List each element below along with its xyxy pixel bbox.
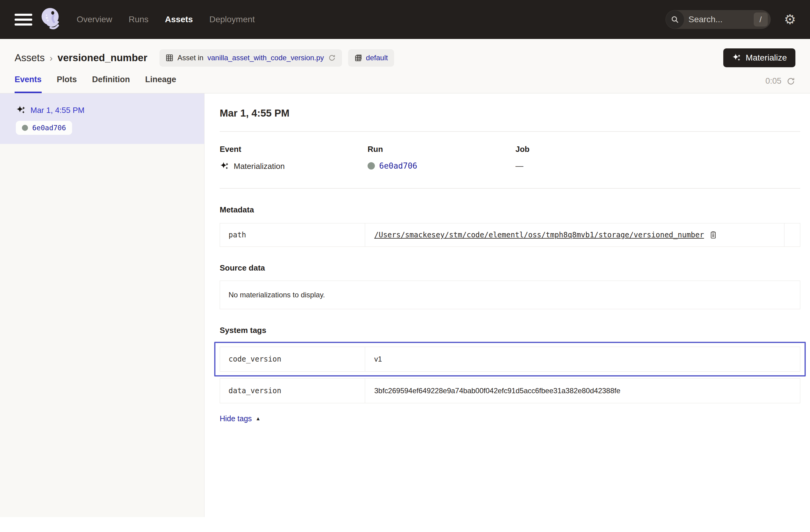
refresh-countdown: 0:05 <box>765 76 781 86</box>
tab-definition[interactable]: Definition <box>92 75 130 93</box>
reload-definition-icon[interactable] <box>328 54 336 62</box>
metadata-heading: Metadata <box>220 205 800 214</box>
tab-events[interactable]: Events <box>15 75 42 93</box>
breadcrumb-assets-link[interactable]: Assets <box>15 52 45 64</box>
top-nav: Overview Runs Assets Deployment / ⚙ <box>0 0 810 39</box>
metadata-table: path /Users/smackesey/stm/code/elementl/… <box>220 223 800 247</box>
hide-tags-label: Hide tags <box>220 414 252 423</box>
metadata-row-extra-cell <box>784 223 800 246</box>
event-detail-title: Mar 1, 4:55 PM <box>220 108 800 119</box>
metadata-key: path <box>220 223 365 246</box>
job-empty-value: — <box>516 161 523 171</box>
event-timestamp-link[interactable]: Mar 1, 4:55 PM <box>16 105 195 115</box>
page-header: Assets › versioned_number Asset in vanil… <box>0 39 810 94</box>
source-data-heading: Source data <box>220 263 800 273</box>
search-shortcut-badge: / <box>754 13 768 27</box>
dagster-logo-icon[interactable] <box>39 7 64 32</box>
materialize-button-label: Materialize <box>746 53 787 63</box>
tag-key: data_version <box>220 378 365 403</box>
events-sidebar: Mar 1, 4:55 PM 6e0ad706 <box>0 94 205 517</box>
event-type-value: Materialization <box>234 162 285 171</box>
materialize-button[interactable]: Materialize <box>723 48 795 67</box>
tag-value: v1 <box>365 347 800 371</box>
nav-links: Overview Runs Assets Deployment <box>77 15 255 25</box>
asset-definition-badge: Asset in vanilla_asset_with_code_version… <box>159 49 342 67</box>
repo-grid-icon <box>354 54 362 62</box>
repo-badge: default <box>348 49 394 67</box>
nav-item-assets[interactable]: Assets <box>165 15 193 25</box>
asset-grid-icon <box>165 54 174 62</box>
event-column-label: Event <box>220 145 368 154</box>
breadcrumb-separator-icon: › <box>50 53 53 63</box>
asset-tabs: Events Plots Definition Lineage <box>15 75 176 93</box>
sparkles-icon <box>732 53 742 63</box>
metadata-path-link[interactable]: /Users/smackesey/stm/code/elementl/oss/t… <box>374 231 704 239</box>
asset-badge-prefix: Asset in <box>177 53 203 62</box>
tab-plots[interactable]: Plots <box>57 75 77 93</box>
materialization-sparkle-icon <box>16 105 26 115</box>
refresh-timer: 0:05 <box>765 76 795 93</box>
table-row: data_version 3bfc269594ef649228e9a74bab0… <box>220 378 800 403</box>
tab-lineage[interactable]: Lineage <box>145 75 176 93</box>
search-icon <box>666 10 684 29</box>
job-column-label: Job <box>516 145 663 154</box>
hide-tags-link[interactable]: Hide tags ▲ <box>220 414 260 423</box>
caret-up-icon: ▲ <box>256 416 261 422</box>
nav-item-runs[interactable]: Runs <box>129 15 148 25</box>
copy-path-icon[interactable] <box>709 231 717 239</box>
event-detail-panel: Mar 1, 4:55 PM Event Materialization Run… <box>205 94 810 517</box>
source-data-empty-box: No materializations to display. <box>220 280 800 309</box>
tag-value: 3bfc269594ef649228e9a74bab00f042efc91d5a… <box>365 378 800 403</box>
run-column-label: Run <box>368 145 516 154</box>
hamburger-menu-icon[interactable] <box>15 14 32 26</box>
run-status-dot <box>368 162 375 170</box>
materialization-sparkle-icon <box>220 161 229 171</box>
source-data-empty-message: No materializations to display. <box>228 291 325 299</box>
run-id-link[interactable]: 6e0ad706 <box>379 161 417 171</box>
settings-gear-icon[interactable]: ⚙ <box>784 13 796 26</box>
run-status-dot <box>22 125 28 131</box>
nav-item-deployment[interactable]: Deployment <box>209 15 255 25</box>
tag-key: code_version <box>220 347 365 371</box>
event-summary: Event Materialization Run 6e0ad706 Job — <box>220 145 800 171</box>
repo-default-link[interactable]: default <box>366 53 388 62</box>
refresh-icon[interactable] <box>786 77 795 86</box>
run-id-chip[interactable]: 6e0ad706 <box>16 121 72 135</box>
asset-file-link[interactable]: vanilla_asset_with_code_version.py <box>208 53 324 62</box>
page-title: versioned_number <box>58 52 147 64</box>
code-version-highlight-ring: code_version v1 <box>214 342 806 376</box>
event-date: Mar 1, 4:55 PM <box>30 106 85 115</box>
run-id-label: 6e0ad706 <box>32 124 66 132</box>
search-input[interactable] <box>684 15 754 25</box>
table-row: code_version v1 <box>220 346 800 372</box>
search-box[interactable]: / <box>665 10 771 29</box>
nav-item-overview[interactable]: Overview <box>77 15 112 25</box>
breadcrumb: Assets › versioned_number <box>15 52 147 64</box>
system-tags-heading: System tags <box>220 326 800 335</box>
event-list-item[interactable]: Mar 1, 4:55 PM 6e0ad706 <box>0 94 204 144</box>
